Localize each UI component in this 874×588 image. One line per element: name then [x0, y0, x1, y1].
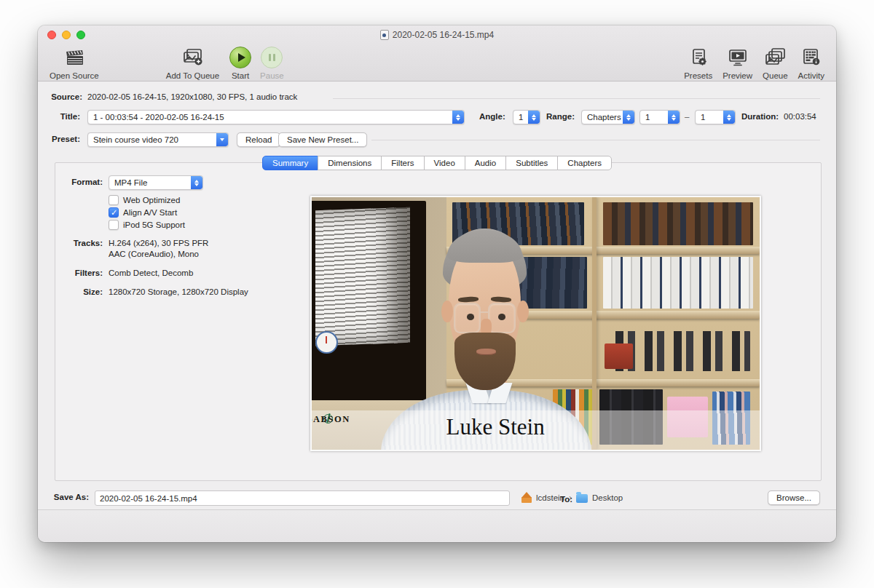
play-icon: [229, 47, 251, 68]
angle-label: Angle:: [479, 112, 505, 121]
source-row: Source: 2020-02-05 16-24-15, 1920x1080, …: [38, 92, 836, 104]
range-type-select[interactable]: Chapters: [581, 110, 635, 124]
titlebar[interactable]: 2020-02-05 16-24-15.mp4: [38, 25, 836, 44]
zoom-button[interactable]: [76, 31, 85, 39]
path-folder[interactable]: Desktop: [592, 493, 623, 502]
range-to-value: 1: [701, 113, 705, 122]
minimize-button[interactable]: [62, 31, 71, 39]
queue-icon: [763, 46, 787, 69]
title-select-value: 1 - 00:03:54 - 2020-02-05 16-24-15: [93, 113, 224, 122]
destination-path: To: lcdstein › Desktop: [521, 493, 623, 503]
format-select[interactable]: MP4 File: [109, 175, 203, 190]
align-av-row: Align A/V Start: [109, 207, 177, 218]
main-content: Source: 2020-02-05 16-24-15, 1920x1080, …: [38, 82, 836, 509]
tab-video[interactable]: Video: [424, 156, 465, 170]
start-label: Start: [232, 71, 249, 80]
to-label: To:: [535, 495, 572, 504]
home-icon: [521, 493, 532, 503]
stepper-icon: [452, 111, 464, 124]
save-as-input[interactable]: [95, 490, 510, 506]
activity-button[interactable]: Activity: [798, 46, 824, 80]
babson-logo: BABSON: [323, 414, 333, 424]
save-as-label: Save As:: [51, 493, 89, 501]
filters-value: Comb Detect, Decomb: [109, 269, 193, 277]
stepper-icon: [528, 111, 540, 124]
angle-value: 1: [519, 113, 523, 122]
range-from-select[interactable]: 1: [639, 110, 680, 124]
preset-divider: [371, 140, 820, 140]
web-optimized-row: Web Optimized: [109, 195, 180, 205]
books: [603, 202, 754, 245]
traffic-lights: [47, 31, 85, 39]
tab-summary[interactable]: Summary: [262, 156, 318, 170]
preset-select[interactable]: Stein course video 720: [87, 132, 229, 147]
size-value: 1280x720 Storage, 1280x720 Display: [109, 287, 248, 296]
duration-label: Duration:: [741, 112, 779, 121]
title-select[interactable]: 1 - 00:03:54 - 2020-02-05 16-24-15: [87, 110, 465, 124]
activity-label: Activity: [798, 71, 824, 80]
presets-button[interactable]: Presets: [684, 46, 712, 80]
browse-button[interactable]: Browse...: [768, 490, 820, 505]
web-optimized-label: Web Optimized: [123, 196, 180, 204]
source-label: Source:: [47, 92, 82, 101]
size-label: Size:: [63, 287, 103, 296]
pause-icon: [261, 47, 283, 68]
reload-button[interactable]: Reload: [237, 132, 280, 147]
align-av-label: Align A/V Start: [123, 208, 177, 217]
duration-value: 00:03:54: [784, 112, 816, 121]
range-type-value: Chapters: [587, 113, 621, 122]
preset-row: Preset: Stein course video 720 Reload Sa…: [38, 132, 836, 147]
pause-button: Pause: [260, 46, 284, 80]
tracks-line1: H.264 (x264), 30 FPS PFR: [109, 239, 208, 247]
folder-icon: [576, 494, 588, 503]
close-button[interactable]: [47, 31, 56, 39]
tab-subtitles[interactable]: Subtitles: [505, 156, 558, 170]
open-source-button[interactable]: Open Source: [50, 46, 99, 80]
handbrake-window: 2020-02-05 16-24-15.mp4 Open Source: [38, 25, 836, 542]
window-chrome: 2020-02-05 16-24-15.mp4 Open Source: [38, 25, 836, 82]
source-value: 2020-02-05 16-24-15, 1920x1080, 30 FPS, …: [87, 92, 297, 101]
range-to-select[interactable]: 1: [695, 110, 736, 124]
tab-audio[interactable]: Audio: [465, 156, 506, 170]
queue-label: Queue: [763, 71, 788, 80]
save-new-preset-button[interactable]: Save New Preset...: [278, 132, 367, 147]
filters-label: Filters:: [63, 269, 103, 277]
align-av-checkbox[interactable]: [109, 207, 119, 218]
person-ear: [517, 301, 529, 322]
queue-button[interactable]: Queue: [763, 46, 788, 80]
preview-button[interactable]: Preview: [723, 46, 752, 80]
web-optimized-checkbox[interactable]: [109, 195, 119, 205]
stepper-icon: [191, 176, 202, 189]
wall-clock: [315, 331, 338, 354]
stepper-icon: [723, 111, 735, 124]
format-label: Format:: [63, 178, 103, 186]
tab-filters[interactable]: Filters: [381, 156, 424, 170]
preview-label: Preview: [723, 71, 752, 80]
clapperboard-icon: [63, 46, 86, 69]
tab-chapters[interactable]: Chapters: [557, 156, 612, 170]
stepper-icon: [668, 111, 680, 124]
summary-tabs: Summary Dimensions Filters Video Audio S…: [38, 156, 836, 170]
window-blinds: [315, 207, 410, 346]
range-label: Range:: [546, 112, 575, 121]
add-to-queue-label: Add To Queue: [166, 71, 219, 80]
pause-label: Pause: [260, 71, 284, 80]
angle-select[interactable]: 1: [513, 110, 540, 124]
babson-logo-text: BABSON: [310, 414, 350, 425]
add-to-queue-button[interactable]: Add To Queue: [166, 46, 219, 80]
tracks-label: Tracks:: [63, 239, 103, 247]
speaker-name: Luke Stein: [446, 414, 545, 440]
save-row: Save As: To: lcdstein › Desktop Browse..…: [38, 490, 836, 506]
ipod-support-row: iPod 5G Support: [109, 220, 185, 230]
preview-icon: [726, 46, 749, 69]
source-divider: [333, 98, 820, 99]
person-mouth: [476, 349, 496, 354]
tab-dimensions[interactable]: Dimensions: [318, 156, 382, 170]
start-button[interactable]: Start: [229, 46, 251, 80]
toy: [605, 343, 633, 369]
window-title: 2020-02-05 16-24-15.mp4: [380, 30, 494, 40]
ipod-support-checkbox[interactable]: [109, 220, 119, 230]
format-select-value: MP4 File: [114, 178, 147, 187]
window-footer: [38, 509, 836, 542]
presets-label: Presets: [684, 71, 712, 80]
